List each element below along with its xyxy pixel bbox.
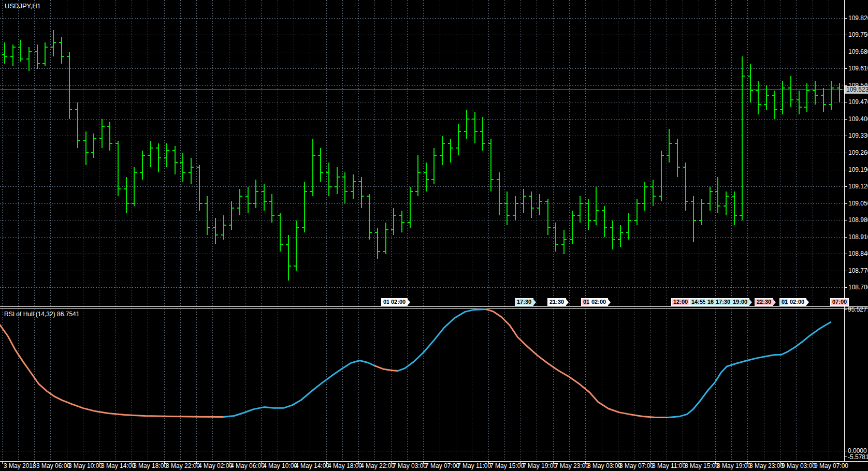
- price-axis-label: 109.400: [848, 115, 868, 123]
- event-time-flag: 21:30: [547, 298, 566, 306]
- price-axis-label: 109.330: [848, 132, 868, 139]
- price-axis-label: 109.750: [848, 31, 868, 38]
- event-time-flag: 19:00: [731, 298, 749, 306]
- time-axis-label: 8 May 07:00: [619, 462, 654, 469]
- time-axis-label: 4 May 10:00: [263, 462, 297, 469]
- price-axis-label: 108.840: [848, 250, 868, 257]
- time-axis-label: 7 May 15:00: [490, 462, 524, 469]
- time-axis-label: 7 May 11:00: [457, 462, 491, 469]
- time-axis-label: 7 May 19:00: [523, 462, 557, 469]
- time-axis-label: 4 May 22:00: [360, 462, 395, 469]
- time-axis-label: 7 May 23:00: [555, 462, 589, 469]
- time-axis-label: 3 May 18:00: [133, 462, 167, 469]
- time-axis-label: 4 May 18:00: [328, 462, 362, 469]
- time-axis-label: 8 May 03:00: [587, 462, 621, 469]
- event-time-flag: 12:00: [671, 298, 690, 306]
- event-time-flag: 07:00: [830, 298, 849, 306]
- rsi-scale-min-label: -5.5781: [848, 453, 868, 461]
- price-axis-label: 108.980: [848, 216, 868, 224]
- time-axis-label: 3 May 06:00: [36, 462, 70, 469]
- price-axis-label: 108.770: [848, 267, 868, 274]
- current-price-tag: 109.523: [845, 86, 868, 94]
- event-time-flag: 22:30: [755, 298, 773, 306]
- price-axis-label: 109.120: [848, 183, 868, 190]
- price-axis-label: 109.190: [848, 166, 868, 173]
- time-axis-label: 8 May 19:00: [717, 462, 751, 469]
- time-axis-label: 8 May 23:00: [749, 462, 784, 469]
- time-axis-label: 9 May 03:00: [782, 462, 816, 469]
- price-axis-label: 109.470: [848, 98, 868, 106]
- mt4-chart-window: USDJPY,H1 01:02:0017:3021:3001:02:0012:0…: [0, 0, 868, 471]
- rsi-scale-max-label: 95.5277: [848, 306, 868, 313]
- event-time-flag: 02:00: [589, 298, 608, 306]
- time-axis-label: 7 May 03:00: [393, 462, 427, 469]
- event-time-flag: 17:30: [515, 298, 533, 306]
- price-axis-label: 109.260: [848, 149, 868, 156]
- chart-background: [0, 0, 868, 471]
- price-axis-label: 109.610: [848, 65, 868, 72]
- event-time-flag: 17:30: [714, 298, 732, 306]
- symbol-period-label: USDJPY,H1: [5, 2, 41, 10]
- time-axis-label: 9 May 07:00: [814, 462, 848, 469]
- price-axis-label: 109.820: [848, 14, 868, 22]
- time-axis-label: 3 May 22:00: [166, 462, 200, 469]
- time-axis-label: 7 May 07:00: [425, 462, 459, 469]
- time-axis-label: 4 May 06:00: [230, 462, 265, 469]
- price-axis-label: 109.050: [848, 200, 868, 207]
- time-axis-label: 3 May 10:00: [68, 462, 103, 469]
- time-axis-label: 8 May 11:00: [652, 462, 686, 469]
- time-axis-label: 8 May 15:00: [685, 462, 719, 469]
- event-time-flag: 02:00: [788, 298, 806, 306]
- time-axis-label: 3 May 2018: [4, 462, 36, 469]
- price-axis-label: 108.700: [848, 284, 868, 291]
- chart-canvas[interactable]: [0, 0, 868, 471]
- time-axis-label: 4 May 14:00: [295, 462, 329, 469]
- time-axis-label: 4 May 02:00: [198, 462, 233, 469]
- indicator-label: RSI of Hull (14,32) 86.7541: [4, 311, 79, 318]
- event-time-flag: 02:00: [389, 298, 408, 306]
- time-axis-label: 3 May 14:00: [101, 462, 135, 469]
- price-axis-label: 109.680: [848, 48, 868, 55]
- price-axis-label: 108.910: [848, 233, 868, 241]
